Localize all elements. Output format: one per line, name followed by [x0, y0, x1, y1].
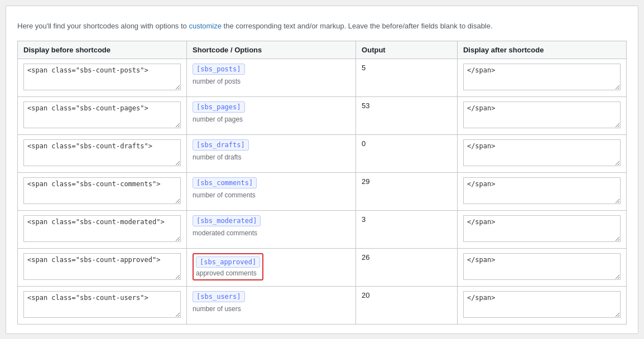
shortcode-tag: [sbs_drafts] [193, 139, 249, 151]
after-cell: </span> [457, 210, 626, 248]
after-textarea[interactable]: </span> [463, 253, 621, 280]
shortcode-cell: [sbs_approved]approved comments [187, 248, 356, 286]
before-cell: <span class="sbs-count-pages"> [18, 96, 187, 134]
after-cell: </span> [457, 286, 626, 324]
before-textarea[interactable]: <span class="sbs-count-users"> [23, 291, 181, 318]
before-textarea[interactable]: <span class="sbs-count-posts"> [23, 64, 181, 90]
output-cell: 5 [356, 59, 458, 96]
output-cell: 26 [356, 248, 458, 286]
shortcode-tag: [sbs_comments] [193, 177, 257, 188]
after-textarea[interactable]: </span> [463, 64, 621, 90]
before-textarea[interactable]: <span class="sbs-count-drafts"> [23, 139, 181, 166]
output-cell: 3 [356, 210, 458, 248]
customize-link[interactable]: customize [189, 22, 222, 30]
shortcode-desc: number of pages [193, 115, 243, 123]
output-cell: 20 [356, 286, 458, 324]
table-row: <span class="sbs-count-moderated">[sbs_m… [18, 210, 627, 248]
before-textarea[interactable]: <span class="sbs-count-approved"> [23, 253, 181, 280]
before-cell: <span class="sbs-count-approved"> [18, 248, 187, 286]
table-row: <span class="sbs-count-drafts">[sbs_draf… [18, 134, 627, 172]
table-row: <span class="sbs-count-posts">[sbs_posts… [18, 59, 627, 96]
shortcode-cell: [sbs_users]number of users [187, 286, 356, 324]
output-cell: 53 [356, 96, 458, 134]
after-cell: </span> [457, 96, 626, 134]
shortcode-tag: [sbs_posts] [193, 64, 244, 75]
desc-text-after: the corresponding text and/or markup. Le… [222, 22, 493, 30]
output-cell: 0 [356, 134, 458, 172]
before-cell: <span class="sbs-count-posts"> [18, 59, 187, 96]
after-textarea[interactable]: </span> [463, 291, 621, 318]
page-description: Here you'll find your shortcodes along w… [17, 21, 627, 32]
shortcode-cell: [sbs_posts]number of posts [187, 59, 356, 96]
before-cell: <span class="sbs-count-comments"> [18, 172, 187, 210]
shortcode-cell: [sbs_drafts]number of drafts [187, 134, 356, 172]
after-cell: </span> [457, 172, 626, 210]
before-textarea[interactable]: <span class="sbs-count-comments"> [23, 177, 181, 204]
shortcode-desc: moderated comments [193, 229, 257, 237]
main-container: Here you'll find your shortcodes along w… [6, 6, 638, 334]
col-output: Output [356, 41, 458, 59]
before-cell: <span class="sbs-count-drafts"> [18, 134, 187, 172]
after-cell: </span> [457, 59, 626, 96]
col-after: Display after shortcode [457, 41, 626, 59]
output-cell: 29 [356, 172, 458, 210]
shortcode-desc: number of users [193, 305, 241, 313]
shortcode-desc: number of drafts [193, 153, 241, 161]
before-cell: <span class="sbs-count-moderated"> [18, 210, 187, 248]
shortcode-cell: [sbs_comments]number of comments [187, 172, 356, 210]
shortcode-desc: number of posts [193, 78, 241, 85]
shortcode-cell: [sbs_pages]number of pages [187, 96, 356, 134]
shortcodes-table: Display before shortcode Shortcode / Opt… [17, 41, 627, 325]
shortcode-cell: [sbs_moderated]moderated comments [187, 210, 356, 248]
before-cell: <span class="sbs-count-users"> [18, 286, 187, 324]
shortcode-desc: number of comments [193, 191, 256, 199]
shortcode-tag: [sbs_pages] [193, 101, 244, 113]
table-row: <span class="sbs-count-pages">[sbs_pages… [18, 96, 627, 134]
after-textarea[interactable]: </span> [463, 215, 621, 242]
highlighted-shortcode-wrapper: [sbs_approved]approved comments [193, 253, 263, 280]
after-textarea[interactable]: </span> [463, 139, 621, 166]
before-textarea[interactable]: <span class="sbs-count-moderated"> [23, 215, 181, 242]
table-row: <span class="sbs-count-users">[sbs_users… [18, 286, 627, 324]
desc-text-before: Here you'll find your shortcodes along w… [17, 22, 189, 30]
table-row: <span class="sbs-count-comments">[sbs_co… [18, 172, 627, 210]
col-before: Display before shortcode [18, 41, 187, 59]
col-shortcode: Shortcode / Options [187, 41, 356, 59]
table-header-row: Display before shortcode Shortcode / Opt… [18, 41, 627, 59]
after-textarea[interactable]: </span> [463, 177, 621, 204]
after-textarea[interactable]: </span> [463, 101, 621, 128]
before-textarea[interactable]: <span class="sbs-count-pages"> [23, 101, 181, 128]
shortcode-tag: [sbs_moderated] [193, 215, 261, 226]
table-row: <span class="sbs-count-approved">[sbs_ap… [18, 248, 627, 286]
after-cell: </span> [457, 248, 626, 286]
shortcode-tag: [sbs_users] [193, 291, 244, 302]
shortcode-tag: [sbs_approved] [196, 256, 260, 268]
after-cell: </span> [457, 134, 626, 172]
shortcode-desc: approved comments [196, 269, 260, 277]
